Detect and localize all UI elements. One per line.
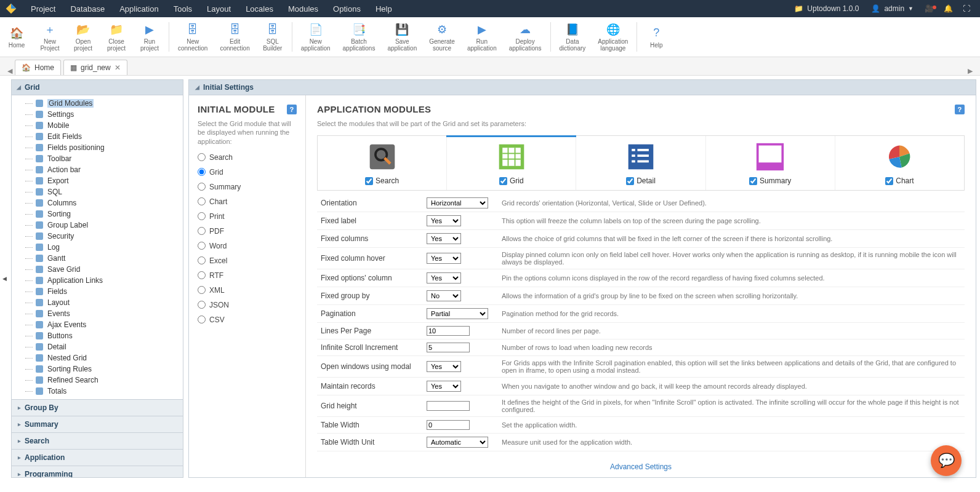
radio-pdf[interactable]: PDF <box>198 227 297 236</box>
radio-input[interactable] <box>198 271 206 279</box>
tree-node-buttons[interactable]: Buttons <box>12 330 183 341</box>
toolbar-open-project[interactable]: 📂Open project <box>66 20 100 54</box>
module-tab-summary[interactable]: Summary <box>706 136 835 190</box>
radio-input[interactable] <box>198 227 206 235</box>
tree-node-fields-positioning[interactable]: Fields positioning <box>12 142 183 153</box>
setting-input[interactable]: Yes <box>427 215 461 226</box>
tree-node-settings[interactable]: Settings <box>12 109 183 120</box>
tree-node-fields[interactable]: Fields <box>12 286 183 297</box>
notifications-button[interactable]: 🔔 <box>939 4 958 13</box>
radio-input[interactable] <box>198 256 206 264</box>
module-checkbox[interactable] <box>885 177 893 185</box>
menu-layout[interactable]: Layout <box>199 4 238 14</box>
tree-node-log[interactable]: Log <box>12 242 183 253</box>
tree-node-sorting-rules[interactable]: Sorting Rules <box>12 363 183 375</box>
radio-rtf[interactable]: RTF <box>198 271 297 280</box>
toolbar-run-application[interactable]: ▶Run application <box>461 20 503 54</box>
module-tab-search[interactable]: Search <box>318 136 447 190</box>
tree-node-events[interactable]: Events <box>12 308 183 319</box>
toolbar-application-language[interactable]: 🌐Application language <box>592 20 634 54</box>
setting-input[interactable] <box>427 326 470 336</box>
tree-node-toolbar[interactable]: Toolbar <box>12 153 183 164</box>
setting-input[interactable]: Yes <box>427 361 461 372</box>
radio-input[interactable] <box>198 168 206 176</box>
setting-input[interactable] <box>427 343 470 352</box>
menu-help[interactable]: Help <box>368 4 400 14</box>
toolbar-run-project[interactable]: ▶Run project <box>133 20 166 54</box>
accordion-summary[interactable]: ▸Summary <box>12 416 183 432</box>
toolbar-close-project[interactable]: 📁Close project <box>100 20 133 54</box>
chat-fab[interactable]: 💬 <box>931 445 962 476</box>
tree-node-totals[interactable]: Totals <box>12 386 183 397</box>
menu-options[interactable]: Options <box>326 4 368 14</box>
toolbar-help[interactable]: ?Help <box>640 20 673 54</box>
toolbar-new-project[interactable]: ＋New Project <box>33 20 66 54</box>
module-checkbox[interactable] <box>626 177 634 185</box>
radio-chart[interactable]: Chart <box>198 197 297 206</box>
module-checkbox[interactable] <box>365 177 373 185</box>
fullscreen-button[interactable]: ⛶ <box>958 4 975 13</box>
toolbar-deploy-applications[interactable]: ☁Deploy applications <box>503 20 548 54</box>
radio-summary[interactable]: Summary <box>198 183 297 191</box>
menu-project[interactable]: Project <box>23 4 63 14</box>
sidebar-collapse-handle[interactable]: ◀ <box>0 76 9 482</box>
module-tab-detail[interactable]: Detail <box>576 136 705 190</box>
menu-application[interactable]: Application <box>112 4 166 14</box>
radio-input[interactable] <box>198 301 206 309</box>
setting-input[interactable]: No <box>427 290 461 301</box>
setting-input[interactable] <box>427 420 470 430</box>
tree-node-save-grid[interactable]: Save Grid <box>12 264 183 275</box>
radio-search[interactable]: Search <box>198 153 297 162</box>
tab-home[interactable]: 🏠Home <box>15 60 61 75</box>
toolbar-new-connection[interactable]: 🗄New connection <box>172 20 214 54</box>
tree-node-security[interactable]: Security <box>12 231 183 242</box>
setting-input[interactable]: Horizontal <box>427 197 488 208</box>
accordion-programming[interactable]: ▸Programming <box>12 466 183 478</box>
radio-input[interactable] <box>198 242 206 250</box>
tree-node-sorting[interactable]: Sorting <box>12 208 183 220</box>
tree-node-nested-grid[interactable]: Nested Grid <box>12 352 183 363</box>
radio-input[interactable] <box>198 197 206 205</box>
toolbar-batch-applications[interactable]: 📑Batch applications <box>337 20 382 54</box>
tree-node-gantt[interactable]: Gantt <box>12 253 183 264</box>
radio-print[interactable]: Print <box>198 212 297 221</box>
toolbar-new-application[interactable]: 📄New application <box>295 20 337 54</box>
advanced-settings-link[interactable]: Advanced Settings <box>610 462 672 471</box>
toolbar-edit-connection[interactable]: 🗄Edit connection <box>214 20 255 54</box>
tree-node-export[interactable]: Export <box>12 175 183 186</box>
help-icon[interactable]: ? <box>287 105 297 114</box>
tree-node-refined-search[interactable]: Refined Search <box>12 375 183 386</box>
toolbar-data-dictionary[interactable]: 📘Data dictionary <box>553 20 592 54</box>
radio-input[interactable] <box>198 286 206 294</box>
setting-input[interactable]: Automatic <box>427 437 488 448</box>
menu-database[interactable]: Database <box>63 4 112 14</box>
module-checkbox[interactable] <box>749 177 757 185</box>
radio-grid[interactable]: Grid <box>198 168 297 177</box>
tree-node-mobile[interactable]: Mobile <box>12 120 183 131</box>
module-checkbox[interactable] <box>499 177 507 185</box>
radio-csv[interactable]: CSV <box>198 315 297 324</box>
tab-grid_new[interactable]: ▦grid_new✕ <box>63 60 127 75</box>
radio-input[interactable] <box>198 183 206 191</box>
radio-excel[interactable]: Excel <box>198 256 297 265</box>
menu-locales[interactable]: Locales <box>238 4 281 14</box>
tree-node-action-bar[interactable]: Action bar <box>12 164 183 175</box>
tab-nav-left[interactable]: ◀ <box>5 67 15 75</box>
radio-input[interactable] <box>198 212 206 220</box>
close-icon[interactable]: ✕ <box>114 63 121 72</box>
radio-input[interactable] <box>198 315 206 323</box>
module-tab-chart[interactable]: Chart <box>835 136 964 190</box>
toolbar-save-application[interactable]: 💾Save application <box>381 20 423 54</box>
radio-xml[interactable]: XML <box>198 286 297 295</box>
module-tab-grid[interactable]: Grid <box>447 136 576 190</box>
setting-input[interactable]: Yes <box>427 272 461 284</box>
tree-node-columns[interactable]: Columns <box>12 197 183 208</box>
accordion-application[interactable]: ▸Application <box>12 449 183 466</box>
user-menu[interactable]: 👤 admin ▼ <box>865 4 920 13</box>
sidebar-header[interactable]: ◢ Grid <box>12 80 183 95</box>
tree-node-layout[interactable]: Layout <box>12 297 183 308</box>
tree-node-sql[interactable]: SQL <box>12 186 183 197</box>
tree-node-detail[interactable]: Detail <box>12 341 183 352</box>
menu-tools[interactable]: Tools <box>166 4 199 14</box>
toolbar-sql-builder[interactable]: 🗄SQL Builder <box>256 20 289 54</box>
